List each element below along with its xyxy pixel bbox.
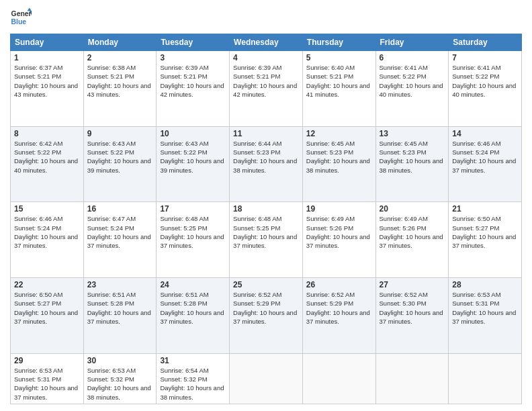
calendar-cell: 15 Sunrise: 6:46 AM Sunset: 5:24 PM Dayl…	[11, 202, 84, 278]
sunset-label: Sunset: 5:25 PM	[160, 224, 207, 232]
sunset-label: Sunset: 5:22 PM	[380, 73, 427, 80]
daylight-label: Daylight: 10 hours and 38 minutes.	[160, 384, 224, 400]
calendar-cell: 7 Sunrise: 6:41 AM Sunset: 5:22 PM Dayli…	[449, 51, 522, 127]
sunset-label: Sunset: 5:23 PM	[233, 148, 280, 156]
day-info: Sunrise: 6:53 AM Sunset: 5:32 PM Dayligh…	[87, 366, 153, 402]
calendar-cell: 9 Sunrise: 6:43 AM Sunset: 5:22 PM Dayli…	[83, 126, 157, 202]
day-number: 28	[452, 280, 518, 289]
daylight-label: Daylight: 10 hours and 38 minutes.	[380, 157, 443, 173]
day-number: 27	[380, 280, 445, 289]
day-info: Sunrise: 6:41 AM Sunset: 5:22 PM Dayligh…	[380, 63, 445, 99]
sunset-label: Sunset: 5:21 PM	[306, 73, 353, 80]
day-number: 29	[14, 356, 80, 365]
col-header-tuesday: Tuesday	[157, 34, 230, 51]
day-number: 12	[306, 129, 372, 138]
calendar-cell: 23 Sunrise: 6:51 AM Sunset: 5:28 PM Dayl…	[83, 278, 157, 354]
col-header-wednesday: Wednesday	[230, 34, 303, 51]
calendar-cell	[230, 353, 303, 404]
daylight-label: Daylight: 10 hours and 38 minutes.	[233, 157, 297, 173]
calendar-cell: 8 Sunrise: 6:42 AM Sunset: 5:22 PM Dayli…	[11, 126, 84, 202]
day-info: Sunrise: 6:48 AM Sunset: 5:25 PM Dayligh…	[233, 214, 299, 250]
daylight-label: Daylight: 10 hours and 41 minutes.	[306, 82, 370, 98]
sunset-label: Sunset: 5:21 PM	[14, 73, 61, 80]
day-number: 1	[14, 53, 80, 62]
day-number: 31	[160, 356, 226, 365]
sunset-label: Sunset: 5:24 PM	[87, 224, 134, 232]
sunset-label: Sunset: 5:26 PM	[380, 224, 427, 232]
daylight-label: Daylight: 10 hours and 40 minutes.	[452, 82, 516, 98]
daylight-label: Daylight: 10 hours and 37 minutes.	[160, 233, 224, 249]
day-info: Sunrise: 6:42 AM Sunset: 5:22 PM Dayligh…	[14, 139, 80, 175]
svg-text:General: General	[11, 10, 32, 17]
sunset-label: Sunset: 5:29 PM	[233, 300, 280, 307]
day-info: Sunrise: 6:52 AM Sunset: 5:29 PM Dayligh…	[233, 290, 299, 326]
sunrise-label: Sunrise: 6:44 AM	[233, 140, 281, 147]
calendar: SundayMondayTuesdayWednesdayThursdayFrid…	[10, 34, 522, 404]
daylight-label: Daylight: 10 hours and 42 minutes.	[160, 82, 224, 98]
calendar-week-row: 15 Sunrise: 6:46 AM Sunset: 5:24 PM Dayl…	[11, 202, 522, 278]
header: General Blue	[10, 7, 522, 28]
calendar-cell: 31 Sunrise: 6:54 AM Sunset: 5:32 PM Dayl…	[157, 353, 230, 404]
logo-icon: General Blue	[10, 7, 32, 28]
sunrise-label: Sunrise: 6:43 AM	[160, 140, 208, 147]
day-number: 20	[380, 204, 445, 214]
day-info: Sunrise: 6:54 AM Sunset: 5:32 PM Dayligh…	[160, 366, 226, 402]
sunset-label: Sunset: 5:29 PM	[306, 300, 353, 307]
svg-text:Blue: Blue	[11, 18, 27, 26]
calendar-week-row: 29 Sunrise: 6:53 AM Sunset: 5:31 PM Dayl…	[11, 353, 522, 404]
sunrise-label: Sunrise: 6:37 AM	[14, 64, 62, 71]
calendar-cell: 19 Sunrise: 6:49 AM Sunset: 5:26 PM Dayl…	[302, 202, 375, 278]
sunset-label: Sunset: 5:24 PM	[14, 224, 61, 232]
calendar-cell: 10 Sunrise: 6:43 AM Sunset: 5:22 PM Dayl…	[157, 126, 230, 202]
sunset-label: Sunset: 5:28 PM	[160, 300, 207, 307]
day-number: 4	[233, 53, 299, 62]
sunrise-label: Sunrise: 6:54 AM	[160, 367, 208, 374]
day-number: 11	[233, 129, 299, 138]
col-header-friday: Friday	[375, 34, 449, 51]
calendar-cell	[449, 353, 522, 404]
day-info: Sunrise: 6:41 AM Sunset: 5:22 PM Dayligh…	[452, 63, 518, 99]
day-number: 24	[160, 280, 226, 289]
day-number: 17	[160, 204, 226, 214]
day-info: Sunrise: 6:49 AM Sunset: 5:26 PM Dayligh…	[306, 214, 372, 250]
day-number: 9	[87, 129, 153, 138]
day-info: Sunrise: 6:53 AM Sunset: 5:31 PM Dayligh…	[452, 290, 518, 326]
col-header-thursday: Thursday	[302, 34, 375, 51]
sunrise-label: Sunrise: 6:50 AM	[14, 291, 62, 298]
daylight-label: Daylight: 10 hours and 37 minutes.	[452, 309, 516, 325]
daylight-label: Daylight: 10 hours and 39 minutes.	[160, 157, 224, 173]
daylight-label: Daylight: 10 hours and 40 minutes.	[14, 157, 78, 173]
sunset-label: Sunset: 5:30 PM	[380, 300, 427, 307]
calendar-cell	[302, 353, 375, 404]
daylight-label: Daylight: 10 hours and 37 minutes.	[452, 157, 516, 173]
day-info: Sunrise: 6:50 AM Sunset: 5:27 PM Dayligh…	[452, 214, 518, 250]
sunset-label: Sunset: 5:27 PM	[14, 300, 61, 307]
daylight-label: Daylight: 10 hours and 37 minutes.	[306, 309, 370, 325]
sunrise-label: Sunrise: 6:48 AM	[233, 215, 281, 222]
day-info: Sunrise: 6:52 AM Sunset: 5:30 PM Dayligh…	[380, 290, 445, 326]
sunrise-label: Sunrise: 6:45 AM	[306, 140, 355, 147]
sunset-label: Sunset: 5:32 PM	[87, 375, 134, 383]
sunset-label: Sunset: 5:21 PM	[233, 73, 280, 80]
day-info: Sunrise: 6:40 AM Sunset: 5:21 PM Dayligh…	[306, 63, 372, 99]
day-info: Sunrise: 6:50 AM Sunset: 5:27 PM Dayligh…	[14, 290, 80, 326]
sunrise-label: Sunrise: 6:42 AM	[14, 140, 62, 147]
sunset-label: Sunset: 5:32 PM	[160, 375, 207, 383]
day-info: Sunrise: 6:49 AM Sunset: 5:26 PM Dayligh…	[380, 214, 445, 250]
calendar-cell: 2 Sunrise: 6:38 AM Sunset: 5:21 PM Dayli…	[83, 51, 157, 127]
calendar-cell: 25 Sunrise: 6:52 AM Sunset: 5:29 PM Dayl…	[230, 278, 303, 354]
daylight-label: Daylight: 10 hours and 37 minutes.	[14, 233, 78, 249]
sunrise-label: Sunrise: 6:38 AM	[87, 64, 136, 71]
day-info: Sunrise: 6:46 AM Sunset: 5:24 PM Dayligh…	[452, 139, 518, 175]
col-header-sunday: Sunday	[11, 34, 84, 51]
day-info: Sunrise: 6:45 AM Sunset: 5:23 PM Dayligh…	[306, 139, 372, 175]
daylight-label: Daylight: 10 hours and 37 minutes.	[87, 233, 151, 249]
day-info: Sunrise: 6:37 AM Sunset: 5:21 PM Dayligh…	[14, 63, 80, 99]
sunset-label: Sunset: 5:28 PM	[87, 300, 134, 307]
day-info: Sunrise: 6:46 AM Sunset: 5:24 PM Dayligh…	[14, 214, 80, 250]
day-number: 23	[87, 280, 153, 289]
day-info: Sunrise: 6:53 AM Sunset: 5:31 PM Dayligh…	[14, 366, 80, 402]
calendar-cell: 17 Sunrise: 6:48 AM Sunset: 5:25 PM Dayl…	[157, 202, 230, 278]
daylight-label: Daylight: 10 hours and 42 minutes.	[233, 82, 297, 98]
day-number: 6	[380, 53, 445, 62]
